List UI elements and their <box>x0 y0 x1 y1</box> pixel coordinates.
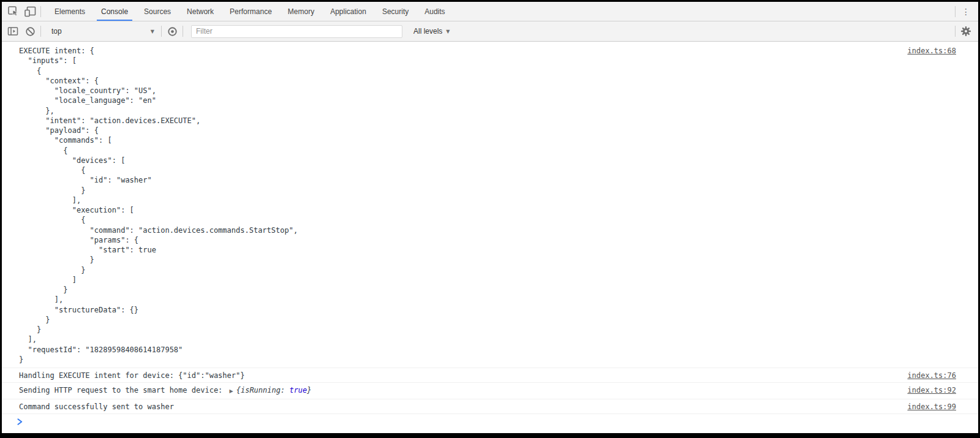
divider <box>183 26 183 37</box>
sidebar-panel-icon <box>7 26 18 36</box>
message-prefix: Sending HTTP request to the smart home d… <box>19 386 227 395</box>
divider <box>955 6 956 17</box>
console-toolbar: top ▼ All levels ▼ <box>2 21 978 42</box>
gear-icon <box>960 26 971 37</box>
circle-slash-icon <box>25 26 36 37</box>
inspect-element-button[interactable] <box>4 2 21 21</box>
console-prompt[interactable] <box>2 414 978 430</box>
console-message: Handling EXECUTE intent for device: {"id… <box>2 368 978 383</box>
chevron-down-icon: ▼ <box>151 29 154 34</box>
message-text: Command successfully sent to washer <box>2 399 903 413</box>
log-level-value: All levels <box>413 27 442 36</box>
tab-audits[interactable]: Audits <box>417 2 453 21</box>
divider <box>40 6 41 17</box>
prompt-chevron-icon <box>17 418 23 425</box>
tab-memory[interactable]: Memory <box>280 2 322 21</box>
tab-sources[interactable]: Sources <box>136 2 179 21</box>
tab-performance[interactable]: Performance <box>222 2 280 21</box>
context-value: top <box>51 27 62 36</box>
kebab-menu-icon: ⋮ <box>962 7 970 16</box>
expand-triangle-icon[interactable]: ▶ <box>230 388 233 394</box>
inspect-cursor-icon <box>7 6 19 17</box>
divider <box>955 26 956 37</box>
message-text: EXECUTE intent: { "inputs": [ { "context… <box>2 42 903 368</box>
console-sidebar-toggle-button[interactable] <box>4 23 21 40</box>
clear-console-button[interactable] <box>21 23 39 40</box>
chevron-down-icon: ▼ <box>446 29 450 34</box>
object-preview-boolean: true <box>289 386 307 395</box>
device-toolbar-icon <box>24 6 36 17</box>
live-expression-button[interactable] <box>164 23 181 40</box>
divider <box>40 26 41 37</box>
settings-button[interactable] <box>957 23 974 40</box>
console-message: Sending HTTP request to the smart home d… <box>2 383 978 399</box>
divider <box>161 26 162 37</box>
source-link[interactable]: index.ts:92 <box>903 383 978 397</box>
more-options-button[interactable]: ⋮ <box>957 2 974 21</box>
console-messages: EXECUTE intent: { "inputs": [ { "context… <box>2 42 978 414</box>
console-output: EXECUTE intent: { "inputs": [ { "context… <box>2 42 978 433</box>
filter-input[interactable] <box>191 25 402 38</box>
device-toolbar-button[interactable] <box>21 2 39 21</box>
source-link[interactable]: index.ts:68 <box>903 42 978 58</box>
execution-context-selector[interactable]: top ▼ <box>47 24 159 39</box>
devtools-tabbar: ElementsConsoleSourcesNetworkPerformance… <box>2 2 978 21</box>
tab-application[interactable]: Application <box>322 2 374 21</box>
object-preview-open: {isRunning: <box>236 386 290 395</box>
console-message: Command successfully sent to washerindex… <box>2 399 978 414</box>
tab-elements[interactable]: Elements <box>47 2 93 21</box>
tab-strip: ElementsConsoleSourcesNetworkPerformance… <box>47 2 453 21</box>
message-text: Handling EXECUTE intent for device: {"id… <box>2 368 903 382</box>
log-level-selector[interactable]: All levels ▼ <box>413 27 450 36</box>
devtools-window: ElementsConsoleSourcesNetworkPerformance… <box>0 0 980 438</box>
object-preview-close: } <box>307 386 311 395</box>
console-message: EXECUTE intent: { "inputs": [ { "context… <box>2 42 978 368</box>
tab-console[interactable]: Console <box>93 2 136 21</box>
source-link[interactable]: index.ts:76 <box>903 368 978 382</box>
message-text: Sending HTTP request to the smart home d… <box>2 383 903 398</box>
tab-security[interactable]: Security <box>374 2 417 21</box>
source-link[interactable]: index.ts:99 <box>903 399 978 413</box>
eye-icon <box>167 26 178 37</box>
tab-network[interactable]: Network <box>179 2 222 21</box>
